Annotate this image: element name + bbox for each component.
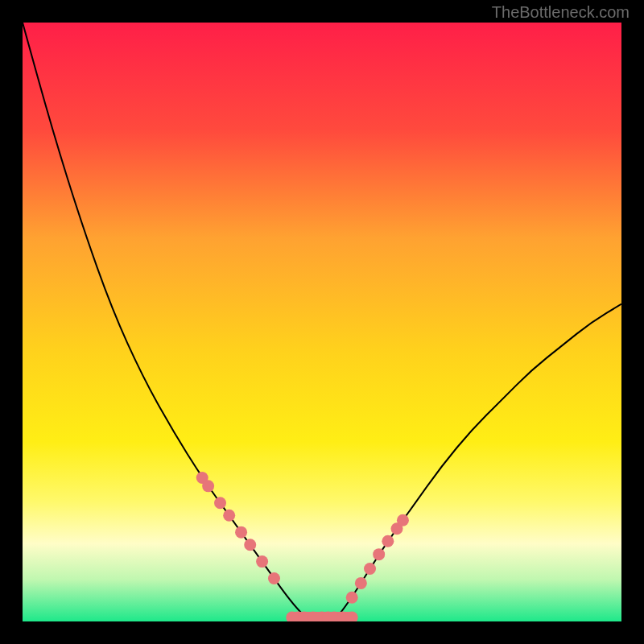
marker-left: [268, 572, 280, 584]
marker-right: [355, 577, 367, 589]
marker-left: [235, 526, 247, 539]
marker-left: [223, 510, 235, 522]
marker-right: [397, 514, 409, 526]
chart-frame: TheBottleneck.com: [0, 0, 644, 644]
plot-area: [23, 23, 621, 621]
gradient-background: [23, 23, 621, 621]
marker-left: [202, 480, 214, 492]
marker-right: [382, 535, 394, 547]
marker-left: [244, 539, 256, 551]
marker-left: [214, 497, 226, 509]
marker-right: [346, 592, 358, 604]
watermark-text: TheBottleneck.com: [492, 3, 630, 22]
marker-right: [373, 548, 385, 560]
marker-left: [256, 555, 268, 568]
marker-right: [364, 563, 376, 575]
bottleneck-curve-chart: [23, 23, 621, 621]
